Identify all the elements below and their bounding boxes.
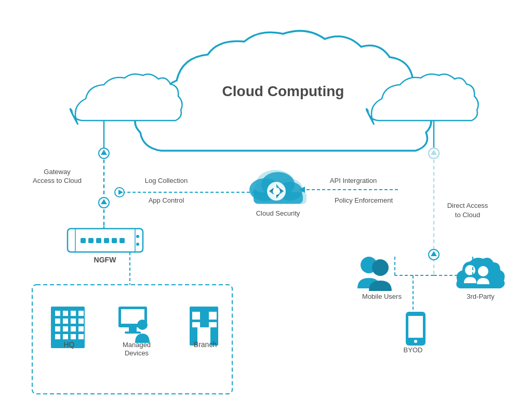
svg-rect-19 bbox=[119, 238, 125, 243]
svg-rect-17 bbox=[104, 238, 109, 243]
direct-access-label-1: Direct Access bbox=[447, 202, 488, 209]
api-integration-label: API Intergration bbox=[330, 177, 377, 184]
svg-rect-16 bbox=[96, 238, 101, 243]
branch-label: Branch bbox=[194, 340, 217, 349]
svg-rect-28 bbox=[63, 319, 68, 324]
svg-rect-26 bbox=[78, 311, 84, 316]
left-cloud-hint bbox=[70, 74, 182, 125]
hq-label: HQ bbox=[64, 340, 75, 349]
diagram-container: Cloud Computing Gateway Access to Cloud bbox=[0, 0, 532, 411]
svg-rect-37 bbox=[71, 334, 76, 339]
svg-rect-42 bbox=[125, 332, 141, 334]
svg-rect-23 bbox=[55, 311, 60, 316]
svg-rect-46 bbox=[192, 312, 200, 320]
managed-devices-icon bbox=[118, 307, 150, 343]
svg-rect-25 bbox=[71, 311, 76, 316]
cloud-computing-label: Cloud Computing bbox=[222, 83, 344, 99]
svg-point-55 bbox=[465, 265, 475, 275]
direct-access-label-2: to Cloud bbox=[455, 211, 480, 219]
svg-rect-30 bbox=[78, 319, 84, 324]
mobile-users-label: Mobile Users bbox=[362, 293, 402, 300]
cloud-security-icon bbox=[249, 170, 307, 204]
svg-point-56 bbox=[478, 266, 488, 276]
byod-label: BYOD bbox=[404, 346, 423, 354]
ngfw-icon bbox=[68, 229, 143, 252]
gateway-access-label: Gateway bbox=[44, 168, 71, 176]
svg-rect-47 bbox=[209, 312, 217, 320]
svg-point-20 bbox=[136, 235, 139, 238]
app-control-label: App Control bbox=[149, 196, 184, 204]
svg-rect-48 bbox=[192, 322, 200, 327]
third-party-label: 3rd-Party bbox=[467, 293, 495, 300]
svg-rect-53 bbox=[408, 316, 423, 338]
svg-rect-35 bbox=[55, 334, 60, 339]
svg-rect-31 bbox=[55, 326, 60, 332]
svg-rect-29 bbox=[71, 319, 76, 324]
svg-point-43 bbox=[137, 320, 148, 330]
policy-enforcement-label: Policy Enforcement bbox=[335, 196, 393, 204]
svg-rect-27 bbox=[55, 319, 60, 324]
svg-rect-14 bbox=[81, 238, 86, 243]
svg-point-54 bbox=[414, 340, 417, 343]
log-collection-label: Log Collection bbox=[145, 177, 188, 184]
svg-rect-33 bbox=[71, 326, 76, 332]
cloud-security-label: Cloud Security bbox=[256, 209, 300, 217]
svg-rect-24 bbox=[63, 311, 68, 316]
svg-rect-36 bbox=[63, 334, 68, 339]
svg-rect-34 bbox=[78, 326, 84, 332]
svg-rect-18 bbox=[112, 238, 117, 243]
third-party-icon bbox=[456, 258, 504, 288]
svg-rect-15 bbox=[88, 238, 94, 243]
mobile-users-icon bbox=[357, 257, 392, 291]
svg-rect-32 bbox=[63, 326, 68, 332]
svg-point-51 bbox=[372, 259, 389, 276]
byod-icon bbox=[406, 312, 425, 346]
svg-point-21 bbox=[136, 243, 139, 246]
svg-text:Access to Cloud: Access to Cloud bbox=[33, 177, 82, 184]
svg-point-10 bbox=[273, 188, 280, 195]
svg-rect-49 bbox=[209, 322, 217, 327]
ngfw-label: NGFW bbox=[94, 256, 117, 264]
managed-devices-label-1: Managed bbox=[123, 341, 151, 349]
svg-rect-41 bbox=[129, 327, 137, 332]
branch-icon bbox=[190, 307, 218, 346]
managed-devices-label-2: Devices bbox=[125, 349, 149, 357]
svg-rect-38 bbox=[78, 334, 84, 339]
